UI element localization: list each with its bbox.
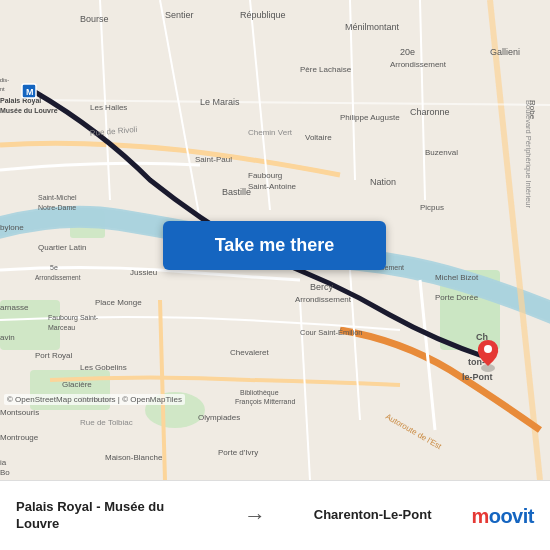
svg-text:1er: 1er xyxy=(0,66,1,73)
svg-text:Montrouge: Montrouge xyxy=(0,433,39,442)
svg-text:Port Royal: Port Royal xyxy=(35,351,73,360)
svg-text:bylone: bylone xyxy=(0,223,24,232)
svg-text:Faubourg Saint-: Faubourg Saint- xyxy=(48,314,99,322)
svg-text:François Mitterrand: François Mitterrand xyxy=(235,398,295,406)
svg-text:Rue de Rivoli: Rue de Rivoli xyxy=(89,125,137,138)
svg-text:Buzenval: Buzenval xyxy=(425,148,458,157)
take-me-there-button[interactable]: Take me there xyxy=(163,221,386,270)
moovit-logo-text: moovit xyxy=(471,506,534,526)
map-attribution: © OpenStreetMap contributors | © OpenMap… xyxy=(4,394,185,405)
svg-rect-74 xyxy=(22,84,36,98)
svg-text:Saint-Paul: Saint-Paul xyxy=(195,155,232,164)
svg-text:Père Lachaise: Père Lachaise xyxy=(300,65,352,74)
svg-text:Ch: Ch xyxy=(476,332,488,342)
svg-text:Bastille: Bastille xyxy=(222,187,251,197)
svg-text:Gallieni: Gallieni xyxy=(490,47,520,57)
svg-point-77 xyxy=(484,345,492,353)
svg-text:Palais Royal: Palais Royal xyxy=(0,97,41,105)
route-arrow-icon: → xyxy=(236,503,274,529)
svg-rect-1 xyxy=(0,300,60,350)
svg-text:République: République xyxy=(240,10,286,20)
svg-text:Faubourg: Faubourg xyxy=(248,171,282,180)
svg-text:Bo: Bo xyxy=(0,468,10,477)
svg-text:Robe: Robe xyxy=(528,100,537,120)
svg-text:Ménilmontant: Ménilmontant xyxy=(345,22,400,32)
svg-text:Bibliothèque: Bibliothèque xyxy=(240,389,279,397)
svg-point-76 xyxy=(481,364,495,372)
svg-text:Sentier: Sentier xyxy=(165,10,194,20)
svg-text:Arrondissement: Arrondissement xyxy=(295,295,352,304)
svg-text:sement: sement xyxy=(0,86,5,92)
svg-text:Cour Saint-Émilion: Cour Saint-Émilion xyxy=(300,328,363,337)
map-container: Bourse Sentier République Ménilmontant 2… xyxy=(0,0,550,480)
svg-text:Le Marais: Le Marais xyxy=(200,97,240,107)
svg-text:Philippe Auguste: Philippe Auguste xyxy=(340,113,400,122)
svg-text:Boulevard Périphérique Intérie: Boulevard Périphérique Intérieur xyxy=(524,100,533,208)
svg-rect-3 xyxy=(440,270,500,350)
svg-text:Notre-Dame: Notre-Dame xyxy=(38,204,76,211)
svg-text:Olympiades: Olympiades xyxy=(198,413,240,422)
svg-text:arnasse: arnasse xyxy=(0,303,29,312)
svg-text:Porte Dorée: Porte Dorée xyxy=(435,293,479,302)
svg-text:Marceau: Marceau xyxy=(48,324,75,331)
svg-text:Chevaleret: Chevaleret xyxy=(230,348,269,357)
svg-text:Saint-Antoine: Saint-Antoine xyxy=(248,182,297,191)
svg-text:Maison-Blanche: Maison-Blanche xyxy=(105,453,163,462)
svg-text:Picpus: Picpus xyxy=(420,203,444,212)
svg-rect-4 xyxy=(70,210,105,238)
svg-text:Glacière: Glacière xyxy=(62,380,92,389)
svg-text:Porte d'Ivry: Porte d'Ivry xyxy=(218,448,258,457)
svg-text:5e: 5e xyxy=(50,264,58,271)
svg-text:Musée du Louvre: Musée du Louvre xyxy=(0,107,58,114)
destination-station: Charenton-Le-Pont xyxy=(314,507,432,524)
svg-text:Autoroute de l'Est: Autoroute de l'Est xyxy=(384,412,444,452)
svg-text:Rue de Tolbiac: Rue de Tolbiac xyxy=(80,418,133,427)
svg-text:avin: avin xyxy=(0,333,15,342)
svg-text:Chemin Vert: Chemin Vert xyxy=(248,128,293,137)
svg-text:Arrondissement: Arrondissement xyxy=(390,60,447,69)
svg-text:Saint-Michel: Saint-Michel xyxy=(38,194,77,201)
footer-bar: Palais Royal - Musée du Louvre → Charent… xyxy=(0,480,550,550)
svg-text:Place Monge: Place Monge xyxy=(95,298,142,307)
svg-text:Nation: Nation xyxy=(370,177,396,187)
svg-text:Arrondissement: Arrondissement xyxy=(35,274,81,281)
svg-text:Bourse: Bourse xyxy=(80,14,109,24)
svg-text:Jussieu: Jussieu xyxy=(130,268,157,277)
svg-text:le-Pont: le-Pont xyxy=(462,372,493,382)
origin-station: Palais Royal - Musée du Louvre xyxy=(16,499,196,533)
svg-text:Michel Bizot: Michel Bizot xyxy=(435,273,479,282)
moovit-logo: moovit xyxy=(471,506,534,526)
svg-text:ton-: ton- xyxy=(468,357,485,367)
svg-text:Montsouris: Montsouris xyxy=(0,408,39,417)
svg-text:ia: ia xyxy=(0,458,7,467)
svg-text:Quartier Latin: Quartier Latin xyxy=(38,243,86,252)
svg-text:Bercy: Bercy xyxy=(310,282,334,292)
svg-text:20e: 20e xyxy=(400,47,415,57)
svg-text:Les Halles: Les Halles xyxy=(90,103,127,112)
svg-text:M: M xyxy=(26,87,34,97)
svg-text:Arrondis-: Arrondis- xyxy=(0,77,9,83)
svg-text:Charonne: Charonne xyxy=(410,107,450,117)
svg-text:Voltaire: Voltaire xyxy=(305,133,332,142)
svg-text:Les Gobelins: Les Gobelins xyxy=(80,363,127,372)
